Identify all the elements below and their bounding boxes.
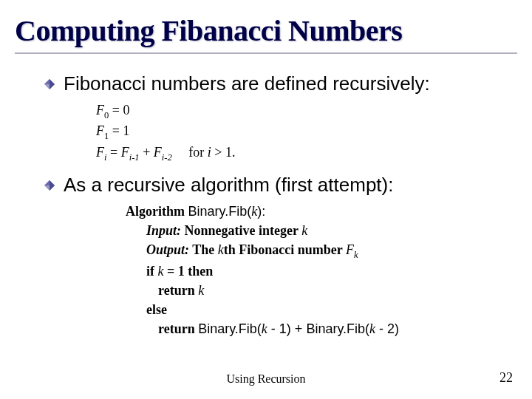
def-f1: F1 = 1 [96, 121, 517, 143]
slide: Computing Fibanacci Numbers Fibonacci nu… [0, 0, 532, 399]
algo-return1: return k [158, 281, 517, 300]
diamond-icon [44, 180, 55, 191]
bullet-1-text: Fibonacci numbers are defined recursivel… [64, 72, 430, 96]
algo-if: if k = 1 then [146, 262, 517, 281]
slide-title: Computing Fibanacci Numbers [15, 13, 517, 48]
algorithm-block: Algorithm Binary.Fib(k): Input: Nonnegat… [126, 202, 517, 338]
page-number: 22 [499, 370, 513, 386]
bullet-2-text: As a recursive algorithm (first attempt)… [64, 173, 393, 197]
recursive-definitions: F0 = 0 F1 = 1 Fi = Fi-1 + Fi-2 for i > 1… [96, 100, 517, 165]
bullet-1: Fibonacci numbers are defined recursivel… [44, 72, 517, 96]
algo-input: Input: Nonnegative integer k [146, 221, 517, 240]
algo-header: Algorithm Binary.Fib(k): [126, 202, 517, 221]
footer-center: Using Recursion [0, 372, 532, 386]
title-underline [15, 52, 517, 54]
def-fi: Fi = Fi-1 + Fi-2 for i > 1. [96, 143, 517, 164]
svg-marker-1 [50, 79, 55, 89]
svg-marker-4 [50, 180, 55, 191]
def-f0: F0 = 0 [96, 100, 517, 122]
svg-marker-5 [44, 180, 50, 185]
algo-else: else [146, 300, 517, 319]
algo-output: Output: The kth Fibonacci number Fk [146, 240, 517, 262]
bullet-2: As a recursive algorithm (first attempt)… [44, 173, 517, 197]
svg-marker-2 [44, 79, 50, 84]
diamond-icon [44, 79, 55, 89]
algo-return2: return Binary.Fib(k - 1) + Binary.Fib(k … [158, 319, 517, 338]
